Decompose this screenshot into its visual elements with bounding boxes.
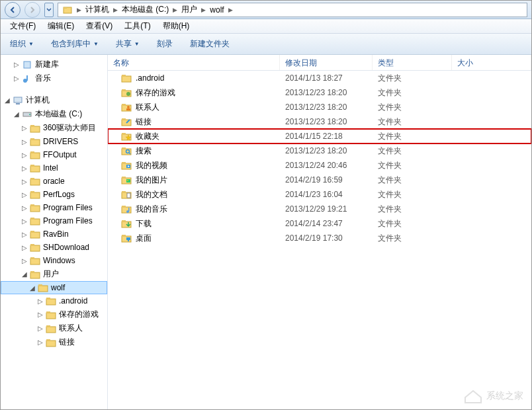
- expand-icon[interactable]: ▷: [21, 124, 28, 132]
- tool-newfolder[interactable]: 新建文件夹: [186, 36, 234, 52]
- file-row[interactable]: 收藏夹2014/1/15 22:18文件夹: [108, 129, 531, 144]
- file-row[interactable]: 桌面2014/2/19 17:30文件夹: [108, 231, 531, 245]
- svg-rect-61: [122, 162, 126, 164]
- file-row[interactable]: 我的文档2014/1/23 16:04文件夹: [108, 187, 531, 202]
- tree-folder[interactable]: ▷360驱动大师目: [1, 121, 107, 135]
- tree-computer[interactable]: ◢ 计算机: [1, 93, 107, 107]
- tree-folder[interactable]: ▷Windows: [1, 254, 107, 267]
- collapse-icon[interactable]: ◢: [21, 270, 28, 278]
- file-row[interactable]: 保存的游戏2013/12/23 18:20文件夹: [108, 85, 531, 100]
- sidebar-tree[interactable]: ▷ 新建库 ▷ 音乐 ◢ 计算机 ◢ 本地磁盘 (C:) ▷360驱动大师目▷D…: [1, 55, 108, 409]
- svg-rect-34: [38, 284, 42, 286]
- expand-icon[interactable]: ▷: [21, 204, 28, 212]
- file-row[interactable]: 我的视频2013/12/24 20:46文件夹: [108, 158, 531, 173]
- svg-rect-9: [30, 126, 40, 132]
- tree-folder[interactable]: ▷.android: [1, 294, 107, 308]
- svg-rect-53: [122, 118, 126, 120]
- file-row[interactable]: .android2014/1/13 18:27文件夹: [108, 71, 531, 85]
- tree-folder[interactable]: ▷保存的游戏: [1, 308, 107, 321]
- breadcrumb[interactable]: ▶ 计算机 ▶ 本地磁盘 (C:) ▶ 用户 ▶ wolf ▶: [58, 3, 527, 17]
- tree-wolf[interactable]: ◢ wolf: [1, 281, 107, 294]
- expand-icon[interactable]: ▷: [21, 138, 28, 145]
- menu-view[interactable]: 查看(V): [81, 19, 118, 33]
- tree-music[interactable]: ▷ 音乐: [1, 71, 107, 85]
- tree-folder[interactable]: ▷DRIVERS: [1, 135, 107, 148]
- tool-share[interactable]: 共享▼: [112, 36, 144, 52]
- tree-folder[interactable]: ▷FFOutput: [1, 148, 107, 161]
- collapse-icon[interactable]: ◢: [28, 284, 36, 292]
- expand-icon[interactable]: ▷: [21, 257, 28, 265]
- svg-rect-70: [127, 193, 130, 198]
- file-row[interactable]: 联系人2013/12/23 18:20文件夹: [108, 100, 531, 114]
- expand-icon[interactable]: ▷: [21, 243, 28, 251]
- col-date[interactable]: 修改日期: [280, 55, 373, 70]
- file-row[interactable]: 下载2014/2/14 23:47文件夹: [108, 216, 531, 231]
- menu-tools[interactable]: 工具(T): [119, 19, 155, 33]
- svg-rect-42: [46, 339, 50, 341]
- tree-new-library[interactable]: ▷ 新建库: [1, 58, 107, 71]
- expand-icon[interactable]: ▷: [21, 164, 28, 172]
- nav-history-dropdown[interactable]: [44, 3, 54, 17]
- svg-rect-74: [128, 208, 130, 212]
- expand-icon[interactable]: ▷: [21, 230, 28, 238]
- menu-help[interactable]: 帮助(H): [157, 19, 195, 33]
- file-name-cell: .android: [116, 73, 280, 83]
- nav-back-button[interactable]: [5, 2, 21, 18]
- tree-folder[interactable]: ▷联系人: [1, 321, 107, 335]
- tree-folder[interactable]: ▷oracle: [1, 175, 107, 188]
- file-name-cell: 我的文档: [116, 189, 280, 200]
- tree-local-disk[interactable]: ◢ 本地磁盘 (C:): [1, 107, 107, 121]
- tool-organize[interactable]: 组织▼: [6, 36, 38, 52]
- expand-icon[interactable]: ▷: [21, 217, 28, 225]
- col-size[interactable]: 大小: [452, 55, 531, 70]
- expand-icon[interactable]: ▷: [36, 311, 44, 319]
- file-row[interactable]: 我的图片2014/2/19 16:59文件夹: [108, 173, 531, 187]
- svg-rect-31: [30, 272, 40, 278]
- expand-icon[interactable]: ▷: [13, 75, 21, 83]
- breadcrumb-root-icon[interactable]: [60, 5, 75, 15]
- col-type[interactable]: 类型: [373, 55, 452, 70]
- file-row[interactable]: 我的音乐2013/12/29 19:21文件夹: [108, 202, 531, 216]
- tree-folder[interactable]: ▷Program Files: [1, 214, 107, 227]
- collapse-icon[interactable]: ◢: [3, 97, 11, 104]
- menu-file[interactable]: 文件(F): [5, 19, 41, 33]
- svg-rect-1: [64, 7, 67, 9]
- file-name-cell: 桌面: [116, 233, 280, 244]
- svg-rect-44: [122, 75, 126, 77]
- expand-icon[interactable]: ▷: [36, 325, 44, 333]
- expand-icon[interactable]: ▷: [13, 61, 21, 69]
- svg-rect-57: [122, 147, 126, 149]
- breadcrumb-wolf[interactable]: wolf: [207, 5, 226, 15]
- expand-icon[interactable]: ▷: [21, 190, 28, 198]
- expand-icon[interactable]: ▷: [21, 177, 28, 185]
- menu-edit[interactable]: 编辑(E): [42, 19, 79, 33]
- file-type-cell: 文件夹: [373, 116, 452, 128]
- svg-rect-35: [46, 299, 56, 305]
- breadcrumb-disk[interactable]: 本地磁盘 (C:): [119, 4, 171, 15]
- tree-folder[interactable]: ▷RavBin: [1, 227, 107, 241]
- nav-forward-button[interactable]: [24, 2, 40, 18]
- svg-rect-22: [30, 204, 34, 206]
- file-row[interactable]: 链接2013/12/23 18:20文件夹: [108, 114, 531, 129]
- expand-icon[interactable]: ▷: [21, 151, 28, 159]
- tree-folder[interactable]: ▷Intel: [1, 161, 107, 175]
- tree-folder[interactable]: ▷链接: [1, 335, 107, 349]
- breadcrumb-computer[interactable]: 计算机: [83, 4, 112, 15]
- tree-users[interactable]: ◢ 用户: [1, 267, 107, 281]
- svg-rect-72: [122, 206, 126, 208]
- tool-include[interactable]: 包含到库中▼: [47, 36, 103, 52]
- breadcrumb-users[interactable]: 用户: [179, 4, 200, 15]
- tree-folder[interactable]: ▷Program Files: [1, 201, 107, 214]
- col-name[interactable]: 名称: [108, 55, 280, 70]
- file-date-cell: 2014/2/19 16:59: [280, 175, 373, 184]
- expand-icon[interactable]: ▷: [36, 297, 44, 305]
- file-date-cell: 2014/2/14 23:47: [280, 219, 373, 228]
- file-list[interactable]: 名称 修改日期 类型 大小 .android2014/1/13 18:27文件夹…: [108, 55, 531, 409]
- collapse-icon[interactable]: ◢: [13, 110, 21, 118]
- tree-folder[interactable]: ▷SHDownload: [1, 241, 107, 254]
- file-row[interactable]: 搜索2013/12/23 18:20文件夹: [108, 144, 531, 158]
- svg-rect-20: [30, 191, 34, 193]
- tree-folder[interactable]: ▷PerfLogs: [1, 188, 107, 201]
- tool-burn[interactable]: 刻录: [153, 36, 177, 52]
- expand-icon[interactable]: ▷: [36, 339, 44, 347]
